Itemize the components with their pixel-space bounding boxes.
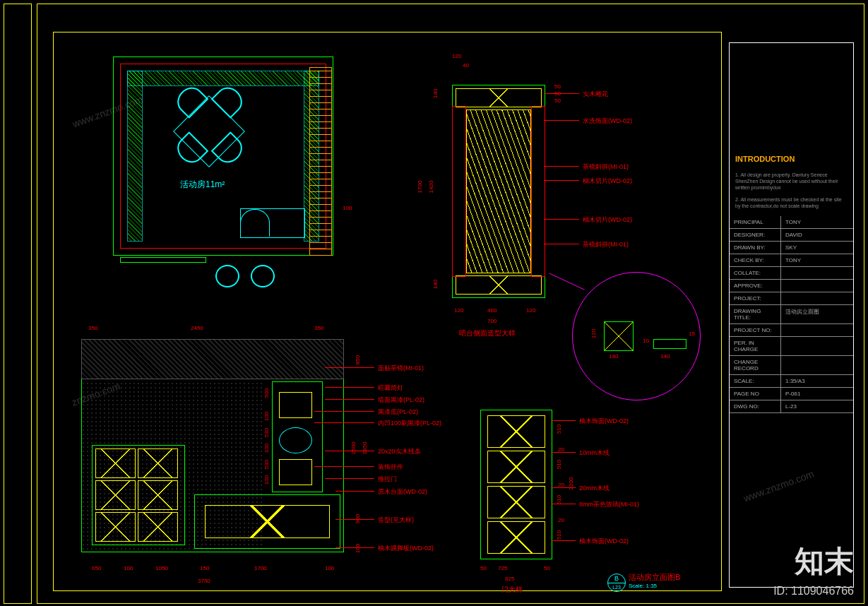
dim: 350 — [88, 325, 97, 331]
label: 内凹100刷黑漆(PL-02) — [378, 419, 441, 428]
intro-heading: INTRODUCTION — [730, 149, 853, 169]
label: 20mm木线 — [579, 484, 610, 493]
tb-label: DWG NO: — [730, 400, 781, 412]
dim: 1700 — [254, 565, 267, 571]
tb-label: PAGE NO — [730, 388, 781, 400]
plan-stool — [240, 209, 270, 237]
label: 暗藏筒灯 — [378, 384, 403, 393]
dim: 650 — [92, 565, 101, 571]
dim: 1700 — [417, 181, 423, 194]
tb-label: APPROVE: — [730, 280, 781, 292]
dim: 530 — [263, 460, 270, 469]
label: 黑漆底(PL-02) — [378, 408, 418, 417]
detail-panel-bot — [456, 275, 542, 295]
door-pane — [487, 415, 545, 448]
door-pane — [487, 486, 545, 518]
detail-main-panel — [466, 109, 531, 273]
dim: 120 — [590, 329, 597, 338]
tb-value: SKY — [781, 242, 853, 254]
elev-ceiling — [81, 339, 344, 379]
cab-panel — [138, 480, 178, 510]
dim: 50 — [544, 565, 550, 571]
tb-row: PROJECT NO: — [730, 324, 853, 337]
label: 20x20实木线条 — [378, 447, 421, 456]
label: 柚木踢脚板(WD-02) — [378, 544, 434, 553]
tb-row: SCALE:1:35/A3 — [730, 375, 853, 388]
dim: 140 — [609, 353, 618, 360]
dim: 2500 — [350, 442, 357, 455]
door-pane — [487, 451, 545, 483]
plan-stool-out — [251, 265, 275, 287]
cab-panel — [138, 512, 178, 542]
detail-side-l — [452, 106, 466, 277]
circle-box-l — [604, 321, 634, 351]
dim: 2450 — [191, 325, 203, 331]
section-marker: B L23 — [607, 574, 626, 592]
plan-hatch-top — [127, 71, 319, 86]
dim: 120 — [452, 53, 461, 59]
dim: 3950 — [362, 442, 368, 455]
door-pane — [487, 521, 545, 554]
tb-value — [781, 356, 853, 374]
label: 柚木饰面(WD-02) — [579, 537, 629, 546]
detail-panel — [456, 88, 542, 107]
cab-panel — [95, 480, 136, 510]
dim: 825 — [505, 576, 514, 582]
tb-row: COLLATE: — [730, 267, 853, 280]
tb-value: P-061 — [781, 388, 853, 400]
tb-label: PROJECT: — [730, 292, 781, 304]
dim: 100 — [263, 475, 270, 485]
dim: 140 — [432, 89, 439, 98]
dim: 725 — [498, 565, 507, 571]
tb-row: CHECK BY:TONY — [730, 254, 853, 267]
tb-value: 活动房立面图 — [781, 305, 853, 323]
tb-value: DAVID — [781, 229, 853, 241]
plan-door-opening — [120, 257, 206, 263]
tb-label: COLLATE: — [730, 267, 781, 279]
tb-value — [781, 324, 853, 336]
elev-b-title: 活动房立面图B — [629, 572, 680, 583]
dim: 700 — [487, 318, 497, 324]
tb-label: PER. IN CHARGE — [730, 337, 781, 355]
logo-text: 知末 — [795, 542, 854, 581]
dim: 510 — [556, 530, 562, 540]
dim: 100 — [263, 444, 270, 453]
dim: 850 — [355, 355, 361, 364]
label: 8mm茶色玻璃(MI-01) — [579, 500, 639, 509]
plan-title: 活动房11m² — [180, 179, 225, 191]
cad-canvas: www.znzmo.com znzmo.com www.znzmo.com 活动… — [0, 0, 868, 606]
dim: 100 — [355, 544, 361, 553]
dim: 530 — [263, 428, 270, 437]
marker-letter: B — [608, 574, 625, 583]
elev-counter-face — [205, 505, 330, 538]
dim: 15 — [689, 331, 695, 337]
dim: 100 — [343, 205, 352, 211]
tb-label: CHECK BY: — [730, 254, 781, 266]
plan-stool-out — [215, 265, 239, 287]
label: 10mm木线 — [579, 448, 610, 458]
label: 柚木切片(WD-02) — [583, 177, 632, 186]
cab-panel — [138, 448, 178, 478]
frame-left — [4, 4, 32, 604]
label: 装饰挂件 — [378, 463, 403, 472]
dim: 510 — [556, 460, 562, 469]
tb-label: CHANGE RECORD — [730, 356, 781, 374]
niche-item — [279, 459, 312, 485]
dim: 460 — [487, 307, 497, 314]
tb-value — [781, 292, 853, 304]
dim: 3750 — [198, 578, 210, 584]
dim: 100 — [325, 565, 334, 571]
tb-row: DESIGNER:DAVID — [730, 229, 853, 242]
label: 面贴茶镜(MI-01) — [378, 364, 424, 373]
tb-row: PRINCIPALTONY — [730, 216, 853, 229]
dim: 20 — [558, 517, 564, 523]
label: 墙面黑漆(PL-02) — [378, 396, 424, 405]
dim: 120 — [526, 307, 535, 314]
tb-label: PROJECT NO: — [730, 324, 781, 336]
label: 柚木切片(WD-02) — [583, 215, 632, 225]
intro-1: 1. All design are property. Danlury Sene… — [730, 169, 853, 194]
label: 推拉门 — [378, 475, 397, 484]
tb-row: DRAWN BY:SKY — [730, 242, 853, 254]
dim: 350 — [314, 325, 323, 331]
circle-box-r — [653, 339, 686, 349]
